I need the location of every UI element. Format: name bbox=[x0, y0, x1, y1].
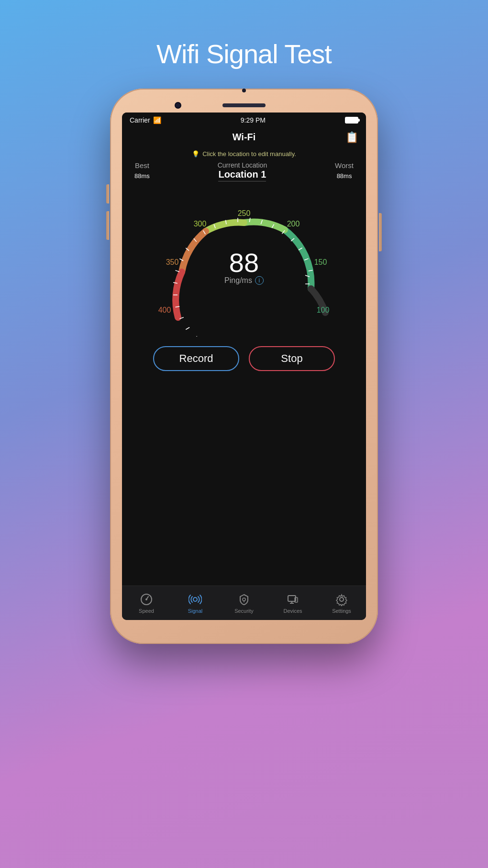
front-camera bbox=[175, 102, 181, 109]
phone-side-buttons-left bbox=[106, 184, 109, 240]
carrier-label: Carrier bbox=[130, 116, 150, 124]
tab-security-label: Security bbox=[234, 608, 254, 614]
tab-signal[interactable]: Signal bbox=[171, 593, 220, 614]
gauge-arc-yellow-green bbox=[206, 223, 244, 231]
record-button[interactable]: Record bbox=[153, 346, 239, 371]
location-hint: 💡 Click the location to edit manually. bbox=[192, 150, 296, 158]
phone-side-button-right bbox=[379, 213, 382, 251]
speed-icon bbox=[140, 593, 153, 606]
tab-settings-label: Settings bbox=[332, 608, 351, 614]
status-left: Carrier 📶 bbox=[130, 116, 161, 124]
svg-point-29 bbox=[243, 598, 245, 601]
phone-screen: Carrier 📶 9:29 PM Wi-Fi 📋 💡 Click the lo… bbox=[122, 113, 366, 620]
hint-text: Click the location to edit manually. bbox=[202, 150, 296, 158]
best-stat: Best 88ms bbox=[134, 161, 150, 180]
gauge-label-250: 250 bbox=[238, 209, 251, 217]
wifi-status-icon: 📶 bbox=[153, 116, 161, 124]
worst-stat: Worst 88ms bbox=[335, 161, 354, 180]
bulb-icon: 💡 bbox=[192, 150, 200, 158]
tab-bar: Speed Signal Security bbox=[122, 586, 366, 620]
status-right bbox=[345, 117, 358, 124]
gauge-arc-teal bbox=[244, 222, 285, 230]
buttons-row: Record Stop bbox=[130, 346, 358, 371]
signal-icon bbox=[189, 593, 202, 606]
worst-value: 88ms bbox=[337, 169, 352, 180]
tab-security[interactable]: Security bbox=[220, 593, 268, 614]
settings-icon bbox=[335, 593, 348, 606]
gauge-label-400: 400 bbox=[158, 306, 171, 314]
page-title: Wifi Signal Test bbox=[156, 38, 332, 69]
phone-headphone-dot bbox=[242, 89, 246, 92]
volume-up-button[interactable] bbox=[106, 184, 109, 203]
location-label: Current Location bbox=[218, 161, 267, 169]
gauge-arc-orange bbox=[182, 231, 206, 272]
log-icon[interactable]: 📋 bbox=[345, 131, 358, 144]
gauge-value: 88 bbox=[224, 249, 264, 276]
best-unit: ms bbox=[141, 172, 149, 180]
best-label: Best bbox=[135, 161, 149, 169]
battery-icon bbox=[345, 117, 358, 124]
phone-frame: Carrier 📶 9:29 PM Wi-Fi 📋 💡 Click the lo… bbox=[110, 89, 378, 644]
volume-down-button[interactable] bbox=[106, 211, 109, 240]
app-header: Wi-Fi 📋 bbox=[122, 128, 366, 147]
tab-speed[interactable]: Speed bbox=[122, 593, 171, 614]
gauge-unit: Ping/ms i bbox=[224, 276, 264, 285]
worst-label: Worst bbox=[335, 161, 354, 169]
tab-devices-label: Devices bbox=[283, 608, 302, 614]
gauge-label-350: 350 bbox=[166, 258, 179, 266]
status-time: 9:29 PM bbox=[241, 116, 266, 124]
app-content: 💡 Click the location to edit manually. B… bbox=[122, 147, 366, 586]
stats-row: Best 88ms Current Location Location 1 Wo… bbox=[130, 161, 358, 181]
gauge-label-300: 300 bbox=[194, 220, 207, 228]
svg-line-22 bbox=[186, 327, 189, 330]
tab-devices[interactable]: Devices bbox=[268, 593, 317, 614]
tab-speed-label: Speed bbox=[139, 608, 154, 614]
tab-signal-label: Signal bbox=[188, 608, 203, 614]
app-title: Wi-Fi bbox=[233, 132, 256, 143]
gauge-center: 88 Ping/ms i bbox=[224, 249, 264, 285]
devices-icon bbox=[286, 593, 299, 606]
gauge-label-150: 150 bbox=[314, 258, 327, 266]
gauge-label-100: 100 bbox=[317, 306, 330, 314]
status-bar: Carrier 📶 9:29 PM bbox=[122, 113, 366, 128]
security-icon bbox=[237, 593, 251, 606]
stop-button[interactable]: Stop bbox=[249, 346, 335, 371]
svg-point-27 bbox=[145, 598, 147, 600]
power-button[interactable] bbox=[379, 213, 382, 251]
current-location[interactable]: Current Location Location 1 bbox=[218, 161, 267, 181]
svg-line-23 bbox=[194, 336, 197, 337]
svg-point-35 bbox=[340, 597, 344, 601]
gauge-container: 250 200 150 100 50 0 300 350 400 450 500… bbox=[144, 183, 344, 337]
svg-point-28 bbox=[193, 597, 197, 601]
location-name: Location 1 bbox=[218, 169, 266, 181]
best-value: 88ms bbox=[134, 169, 150, 180]
phone-top bbox=[120, 98, 368, 113]
gauge-label-200: 200 bbox=[287, 220, 300, 228]
ping-info-icon[interactable]: i bbox=[255, 276, 264, 285]
worst-unit: ms bbox=[344, 172, 352, 180]
earpiece-speaker bbox=[222, 103, 266, 107]
tab-settings[interactable]: Settings bbox=[317, 593, 366, 614]
